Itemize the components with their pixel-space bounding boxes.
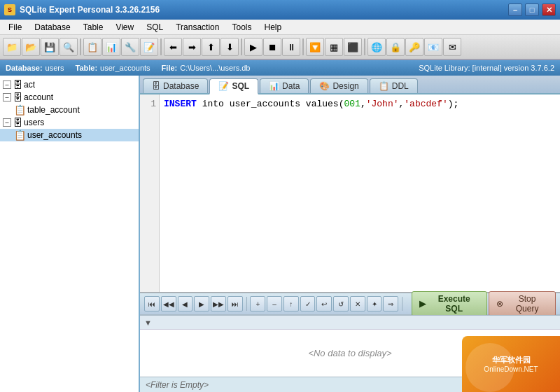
sql-editor[interactable]: INSERT into user_accounts values(001,'Jo… [160, 94, 560, 292]
toolbar-btn-4[interactable]: 🔍 [59, 38, 78, 56]
menu-help[interactable]: Help [258, 21, 287, 34]
database-icon: 🗄 [13, 79, 22, 90]
toolbar-sep-4 [302, 38, 304, 55]
tab-ddl[interactable]: 📋 DDL [370, 78, 418, 93]
window-controls: – □ ✕ [508, 4, 556, 16]
nav-remove-button[interactable]: – [267, 296, 282, 312]
toolbar-btn-12[interactable]: ⬇ [220, 38, 239, 56]
no-data-text: <No data to display> [308, 348, 391, 358]
nav-prev-many-button[interactable]: ◀◀ [161, 296, 176, 312]
close-button[interactable]: ✕ [542, 4, 556, 16]
title-bar: S SQLite Expert Personal 3.3.26.2156 – □… [0, 0, 560, 20]
menu-bar: File Database Table View SQL Transaction… [0, 20, 560, 35]
database-tab-icon: 🗄 [152, 81, 160, 91]
menu-table[interactable]: Table [78, 21, 109, 34]
design-tab-icon: 🎨 [319, 81, 330, 91]
nav-last-button[interactable]: ⏭ [227, 296, 243, 312]
nav-next-many-button[interactable]: ▶▶ [211, 296, 226, 312]
minimize-button[interactable]: – [508, 4, 522, 16]
toolbar-btn-20[interactable]: ✉ [443, 38, 461, 56]
toolbar-btn-filter[interactable]: 🔽 [306, 38, 324, 56]
menu-database[interactable]: Database [29, 21, 76, 34]
toolbar-btn-7[interactable]: 🔧 [121, 38, 139, 56]
nav-redo-button[interactable]: ↺ [333, 296, 349, 312]
toolbar-btn-11[interactable]: ⬆ [202, 38, 220, 56]
toolbar-btn-open[interactable]: 📂 [22, 38, 40, 56]
status-file: File: C:\Users\...\users.db [162, 64, 251, 72]
sql-str-john: 'John' [366, 99, 399, 109]
menu-transaction[interactable]: Transaction [170, 21, 225, 34]
toolbar-btn-10[interactable]: ➡ [183, 38, 201, 56]
line-numbers: 1 [140, 94, 160, 292]
tab-data[interactable]: 📊 Data [260, 78, 309, 93]
watermark: 华军软件园 OnlineDown.NET [462, 336, 560, 392]
tree-label-users: users [24, 118, 44, 127]
status-library: SQLite Library: [internal] version 3.7.6… [419, 64, 554, 72]
toolbar-btn-new[interactable]: 📁 [3, 38, 21, 56]
toolbar-btn-8[interactable]: 📝 [140, 38, 158, 56]
tree-item-account[interactable]: – 🗄 account [0, 91, 139, 104]
tab-database[interactable]: 🗄 Database [143, 78, 208, 93]
menu-file[interactable]: File [3, 21, 27, 34]
status-table-value: user_accounts [100, 64, 150, 72]
nav-star-button[interactable]: ✦ [367, 296, 382, 312]
execute-sql-button[interactable]: ▶ Execute SQL [412, 291, 487, 316]
status-database-value: users [46, 64, 64, 72]
nav-sep-1 [246, 297, 247, 311]
status-table-label: Table: [75, 64, 97, 72]
tree-item-user-accounts[interactable]: 📋 user_accounts [0, 129, 139, 141]
tab-database-label: Database [163, 81, 199, 91]
tree-toggle-users[interactable]: – [3, 118, 11, 127]
table-icon-user-accounts: 📋 [14, 130, 26, 141]
toolbar-btn-14[interactable]: ▦ [325, 38, 343, 56]
tab-bar: 🗄 Database 📝 SQL 📊 Data 🎨 Design 📋 DDL [140, 76, 560, 94]
tree-label-table-account: table_account [27, 105, 80, 115]
tree-item-users[interactable]: – 🗄 users [0, 116, 139, 129]
nav-first-button[interactable]: ⏮ [144, 296, 160, 312]
nav-next-button[interactable]: ▶ [194, 296, 209, 312]
ddl-tab-icon: 📋 [379, 81, 389, 91]
toolbar-btn-5[interactable]: 📋 [83, 38, 102, 56]
toolbar-btn-play[interactable]: ▶ [244, 38, 262, 56]
toolbar-btn-15[interactable]: ⬛ [344, 38, 362, 56]
menu-tools[interactable]: Tools [226, 21, 257, 34]
nav-prev-button[interactable]: ◀ [178, 296, 193, 312]
status-file-value: C:\Users\...\users.db [180, 64, 250, 72]
sql-num-001: 001 [344, 99, 360, 109]
nav-cancel-button[interactable]: ✕ [350, 296, 365, 312]
sql-str-pass: 'abcdef' [404, 99, 447, 109]
toolbar-btn-13[interactable]: ⏸ [282, 38, 300, 56]
tree-item-act[interactable]: – 🗄 act [0, 78, 139, 91]
nav-add-button[interactable]: + [250, 296, 265, 312]
toolbar-btn-18[interactable]: 🔑 [405, 38, 424, 56]
app-icon: S [4, 4, 15, 15]
nav-undo-button[interactable]: ↩ [316, 296, 332, 312]
menu-sql[interactable]: SQL [141, 21, 169, 34]
toolbar-btn-19[interactable]: 📧 [424, 38, 442, 56]
tab-design[interactable]: 🎨 Design [310, 78, 368, 93]
menu-view[interactable]: View [110, 21, 139, 34]
nav-up-button[interactable]: ↑ [284, 296, 299, 312]
nav-confirm-button[interactable]: ✓ [300, 296, 316, 312]
toolbar: 📁 📂 💾 🔍 📋 📊 🔧 📝 ⬅ ➡ ⬆ ⬇ ▶ ⏹ ⏸ 🔽 ▦ ⬛ 🌐 🔒 … [0, 35, 560, 60]
toolbar-btn-save[interactable]: 💾 [41, 38, 59, 56]
toolbar-btn-16[interactable]: 🌐 [368, 38, 386, 56]
tab-sql[interactable]: 📝 SQL [209, 78, 258, 94]
line-number-1: 1 [150, 99, 156, 109]
database-icon-users: 🗄 [13, 117, 22, 128]
tree-panel: – 🗄 act – 🗄 account 📋 table_account – 🗄 … [0, 76, 140, 392]
nav-arrow-button[interactable]: ⇒ [383, 296, 398, 312]
tree-toggle-act[interactable]: – [3, 80, 11, 89]
toolbar-btn-9[interactable]: ⬅ [164, 38, 182, 56]
sql-keyword-insert: INSERT [164, 99, 197, 109]
toolbar-sep-2 [160, 38, 162, 55]
tree-toggle-account[interactable]: – [3, 93, 11, 102]
maximize-button[interactable]: □ [525, 4, 539, 16]
toolbar-btn-17[interactable]: 🔒 [386, 38, 405, 56]
status-file-label: File: [162, 64, 178, 72]
toolbar-btn-stop[interactable]: ⏹ [263, 38, 281, 56]
tab-data-label: Data [282, 81, 300, 91]
tree-item-table-account[interactable]: 📋 table_account [0, 104, 139, 116]
toolbar-btn-6[interactable]: 📊 [102, 38, 120, 56]
stop-query-button[interactable]: ⊗ Stop Query [489, 291, 556, 316]
